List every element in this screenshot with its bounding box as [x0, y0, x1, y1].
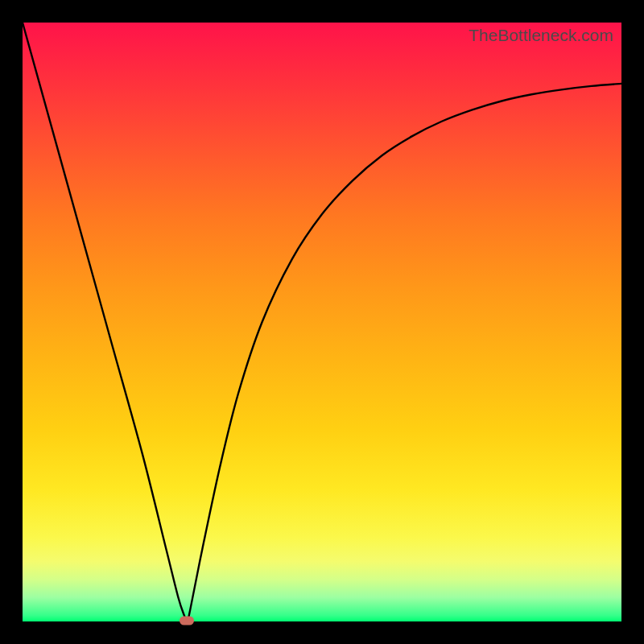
optimum-marker — [180, 616, 194, 625]
plot-area: TheBottleneck.com — [23, 23, 621, 621]
chart-frame: TheBottleneck.com — [0, 0, 644, 644]
bottleneck-curve — [23, 23, 621, 621]
